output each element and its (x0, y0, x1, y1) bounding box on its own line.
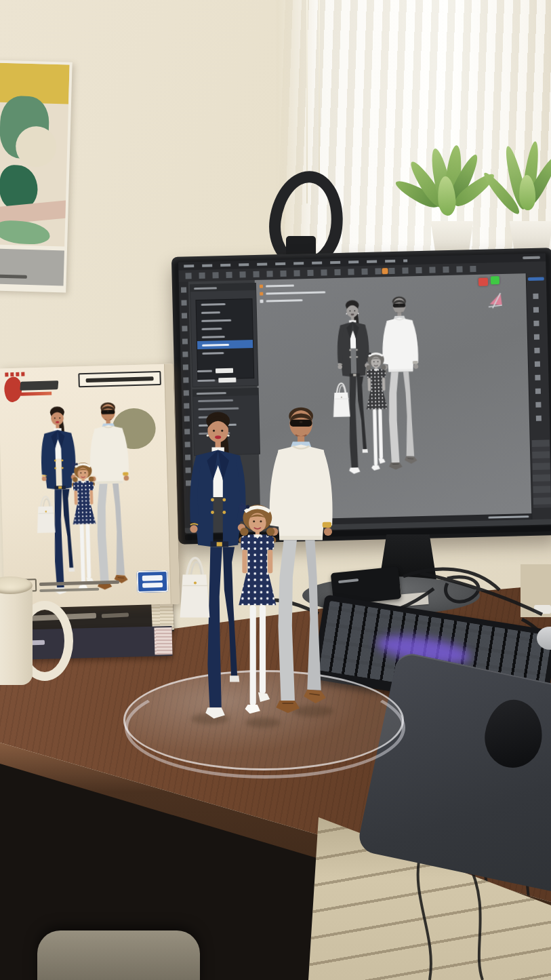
mug-body (0, 582, 33, 685)
logo-underline (20, 391, 52, 395)
figurine-family (141, 396, 385, 735)
box-title-text-blur (86, 376, 154, 383)
book-spine-text-blur (102, 613, 129, 619)
ceramic-mug (0, 576, 69, 688)
office-chair (37, 930, 200, 980)
box-title-plate (78, 371, 161, 387)
logo-text-blur (20, 380, 58, 391)
photo-scene (0, 0, 551, 980)
